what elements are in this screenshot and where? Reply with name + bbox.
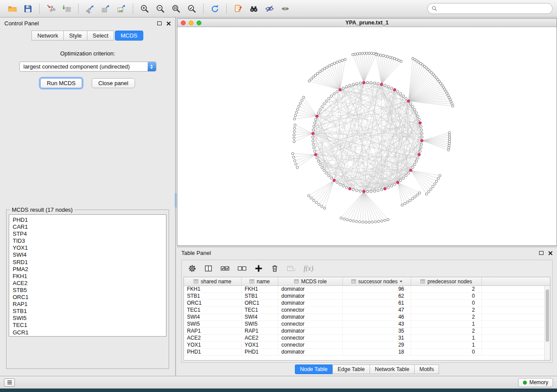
network-node[interactable] — [396, 58, 398, 61]
network-node[interactable] — [361, 52, 363, 55]
table-row[interactable]: SWI4SWI4dominator462 — [184, 314, 550, 321]
criterion-select[interactable]: largest connected component (undirected) — [19, 62, 156, 72]
network-node[interactable] — [359, 221, 361, 223]
network-node[interactable] — [301, 99, 303, 101]
network-node[interactable] — [449, 98, 451, 100]
network-node[interactable] — [384, 219, 386, 221]
network-node[interactable] — [405, 175, 407, 177]
search-input[interactable] — [439, 6, 548, 12]
network-node[interactable] — [374, 82, 376, 84]
network-node[interactable] — [373, 52, 375, 55]
zoom-in-button[interactable] — [137, 2, 152, 15]
close-panel-button[interactable]: Close panel — [92, 78, 135, 88]
network-node[interactable] — [432, 186, 434, 188]
network-node[interactable] — [346, 219, 348, 221]
dominator-node[interactable] — [311, 132, 314, 135]
network-node[interactable] — [295, 111, 298, 113]
column-header-successor-nodes[interactable]: successor nodes — [343, 277, 411, 285]
table-row[interactable]: FKH1FKH1dominator962 — [184, 286, 550, 293]
network-node[interactable] — [382, 55, 384, 57]
network-node[interactable] — [421, 136, 423, 138]
network-node[interactable] — [356, 83, 358, 85]
network-node[interactable] — [333, 62, 336, 64]
panel-splitter-handle[interactable] — [175, 193, 176, 208]
network-node[interactable] — [308, 195, 310, 197]
network-node[interactable] — [313, 125, 315, 127]
column-header-shared-name[interactable]: shared name — [184, 277, 242, 285]
network-canvas[interactable] — [177, 27, 557, 245]
network-node[interactable] — [447, 149, 450, 151]
show-columns-button[interactable] — [204, 262, 213, 275]
status-menu-button[interactable] — [4, 378, 15, 387]
dominator-node[interactable] — [421, 139, 423, 142]
network-node[interactable] — [391, 87, 393, 89]
network-node[interactable] — [312, 143, 314, 145]
list-item[interactable]: STB1 — [13, 308, 166, 315]
network-node[interactable] — [312, 129, 314, 131]
list-item[interactable]: ACE2 — [13, 280, 166, 287]
network-node[interactable] — [384, 84, 386, 86]
tab-edge-table[interactable]: Edge Table — [332, 364, 370, 374]
table-scrollbar[interactable] — [544, 286, 550, 360]
network-node[interactable] — [452, 105, 454, 107]
network-node[interactable] — [366, 190, 368, 193]
network-node[interactable] — [293, 156, 295, 158]
network-node[interactable] — [323, 207, 325, 209]
dominator-node[interactable] — [409, 169, 412, 172]
network-node[interactable] — [377, 83, 379, 85]
network-node[interactable] — [330, 177, 332, 179]
list-item[interactable]: CAR1 — [13, 224, 166, 230]
network-node[interactable] — [325, 100, 327, 102]
network-node[interactable] — [323, 103, 325, 105]
network-node[interactable] — [363, 52, 366, 54]
list-item[interactable]: TEC1 — [13, 322, 166, 329]
network-node[interactable] — [343, 218, 345, 220]
network-node[interactable] — [387, 219, 389, 221]
dominator-node[interactable] — [419, 122, 422, 124]
export-image-button[interactable] — [114, 2, 129, 15]
network-node[interactable] — [326, 66, 328, 68]
network-node[interactable] — [381, 220, 383, 222]
network-node[interactable] — [375, 53, 377, 55]
dominator-node[interactable] — [418, 153, 420, 156]
network-node[interactable] — [352, 83, 354, 86]
table-row[interactable]: RAP1RAP1dominator352 — [184, 328, 550, 335]
show-all-button[interactable] — [277, 2, 293, 15]
network-node[interactable] — [319, 163, 321, 165]
network-node[interactable] — [420, 129, 422, 131]
search-field[interactable] — [427, 3, 553, 14]
list-item[interactable]: ORC1 — [13, 294, 166, 301]
close-panel-icon[interactable] — [166, 21, 171, 26]
network-node[interactable] — [420, 125, 422, 127]
network-node[interactable] — [370, 52, 373, 55]
network-node[interactable] — [362, 221, 364, 223]
network-node[interactable] — [312, 199, 315, 201]
dominator-node[interactable] — [333, 179, 336, 182]
network-node[interactable] — [439, 175, 441, 177]
network-node[interactable] — [352, 53, 354, 55]
delete-row-button[interactable] — [270, 262, 279, 275]
network-node[interactable] — [352, 220, 354, 222]
dominator-node[interactable] — [363, 81, 365, 84]
network-node[interactable] — [330, 95, 332, 97]
dominator-node[interactable] — [349, 187, 351, 190]
network-node[interactable] — [419, 150, 421, 152]
network-node[interactable] — [434, 183, 436, 185]
network-node[interactable] — [294, 124, 296, 126]
network-node[interactable] — [339, 183, 341, 186]
network-node[interactable] — [399, 93, 401, 95]
network-node[interactable] — [311, 136, 314, 138]
find-button[interactable] — [246, 2, 262, 15]
dominator-node[interactable] — [363, 190, 365, 193]
table-settings-button[interactable] — [188, 262, 197, 275]
network-node[interactable] — [420, 143, 422, 145]
network-node[interactable] — [356, 189, 358, 192]
network-node[interactable] — [371, 221, 374, 223]
list-item[interactable]: RAP1 — [13, 301, 166, 308]
network-node[interactable] — [340, 217, 342, 219]
network-node[interactable] — [315, 201, 317, 203]
network-node[interactable] — [419, 192, 421, 194]
network-node[interactable] — [377, 54, 380, 56]
import-network-button[interactable] — [43, 2, 59, 15]
list-item[interactable]: STP4 — [13, 230, 166, 237]
